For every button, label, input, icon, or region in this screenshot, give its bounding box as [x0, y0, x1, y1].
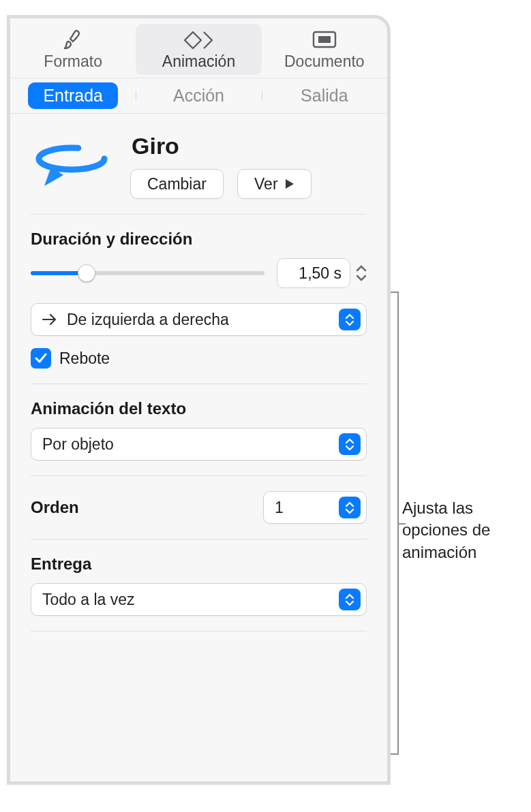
tab-entrada[interactable]: Entrada: [10, 82, 136, 109]
divider: [31, 475, 367, 476]
tab-entrada-label: Entrada: [28, 82, 118, 109]
document-icon: [311, 28, 338, 51]
delivery-heading: Entrega: [31, 555, 367, 574]
svg-point-2: [39, 148, 104, 170]
popup-chevrons-icon: [339, 589, 361, 610]
chevron-down-icon: [356, 274, 367, 282]
divider: [31, 539, 367, 540]
divider: [31, 214, 367, 215]
tab-animation-label: Animación: [162, 52, 235, 70]
arrow-right-icon: [42, 313, 57, 326]
text-anim-heading: Animación del texto: [31, 399, 367, 418]
tab-document-label: Documento: [284, 52, 365, 70]
effect-name: Giro: [132, 133, 367, 159]
animation-subtabs: Entrada Acción Salida: [10, 78, 387, 114]
order-popup[interactable]: 1: [263, 491, 367, 524]
bounce-checkbox[interactable]: [31, 348, 51, 369]
order-value: 1: [275, 499, 339, 517]
divider: [31, 631, 367, 631]
inspector-top-tabs: Formato Animación Documento: [10, 18, 387, 78]
animation-icon: [183, 28, 213, 51]
tab-salida[interactable]: Salida: [262, 86, 387, 106]
text-anim-popup[interactable]: Por objeto: [31, 428, 367, 460]
duration-slider[interactable]: [31, 264, 264, 283]
text-anim-value: Por objeto: [42, 435, 339, 454]
duration-heading: Duración y dirección: [31, 230, 367, 249]
popup-chevrons-icon: [339, 433, 361, 455]
spin-effect-icon: [31, 133, 112, 194]
tab-format-label: Formato: [44, 52, 102, 70]
bounce-label: Rebote: [59, 349, 110, 368]
direction-popup[interactable]: De izquierda a derecha: [31, 303, 367, 336]
inspector-panel: Formato Animación Documento Entrada Acci…: [7, 15, 391, 785]
popup-chevrons-icon: [339, 309, 361, 330]
preview-label: Ver: [254, 175, 278, 193]
tab-accion[interactable]: Acción: [136, 86, 261, 106]
tab-format[interactable]: Formato: [10, 24, 136, 75]
tab-salida-label: Salida: [301, 86, 348, 105]
tab-animation[interactable]: Animación: [136, 24, 261, 75]
order-heading: Orden: [31, 498, 79, 517]
popup-chevrons-icon: [339, 497, 361, 518]
tab-document[interactable]: Documento: [262, 24, 387, 75]
duration-value: 1,50 s: [299, 264, 342, 283]
duration-field[interactable]: 1,50 s: [277, 258, 350, 288]
divider: [31, 384, 367, 384]
delivery-value: Todo a la vez: [42, 591, 339, 609]
direction-value: De izquierda a derecha: [67, 311, 339, 329]
duration-stepper[interactable]: [356, 264, 367, 282]
callout-text: Ajusta las opciones de animación: [402, 497, 525, 563]
svg-rect-1: [318, 36, 331, 43]
check-icon: [35, 353, 47, 364]
chevron-up-icon: [356, 264, 367, 272]
play-icon: [285, 178, 294, 189]
tab-accion-label: Acción: [173, 86, 224, 105]
brush-icon: [61, 28, 85, 51]
change-effect-button[interactable]: Cambiar: [130, 169, 224, 199]
preview-button[interactable]: Ver: [237, 169, 312, 199]
delivery-popup[interactable]: Todo a la vez: [31, 583, 367, 616]
change-effect-label: Cambiar: [147, 175, 207, 193]
